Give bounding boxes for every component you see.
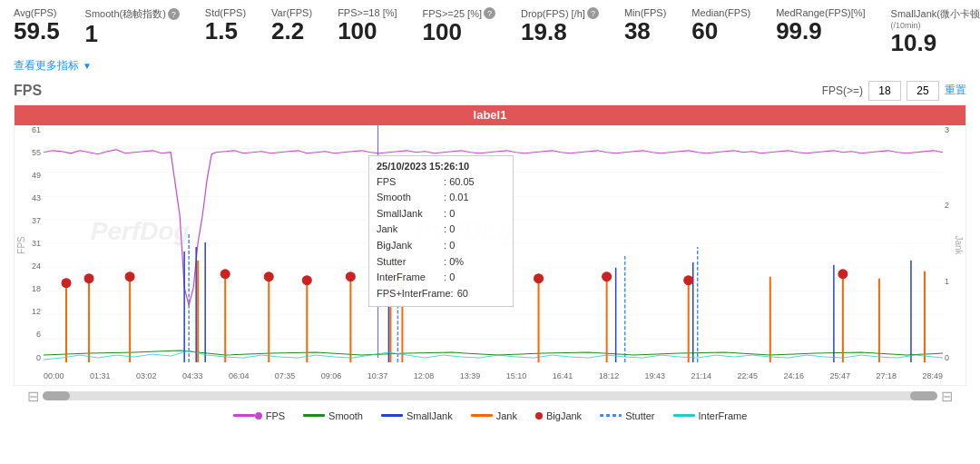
tooltip-bigjank-row: BigJank : 0 [377,238,505,254]
legend-stutter-label: Stutter [625,410,654,421]
metric-std-fps: Std(FPS) 1.5 [205,7,246,44]
tooltip-title: 25/10/2023 15:26:10 [377,161,505,172]
fps-gte-label: FPS(>=) [822,84,863,97]
legend-smalljank-label: SmallJank [407,410,453,421]
top-metrics: Avg(FPS) 59.5 Smooth(稳帧指数) ? 1 Std(FPS) … [0,0,980,56]
legend-stutter[interactable]: Stutter [600,410,654,421]
legend-smooth[interactable]: Smooth [303,410,363,421]
tooltip-smooth-row: Smooth : 0.01 [377,190,505,206]
tooltip-stutter-row: Stutter : 0% [377,254,505,271]
metric-fps18: FPS>=18 [%] 100 [338,7,397,44]
legend-bigjank[interactable]: BigJank [535,410,582,421]
legend-jank-line [471,414,493,417]
legend-fps-line [233,414,255,417]
chevron-down-icon: ▼ [83,61,92,71]
legend-jank[interactable]: Jank [471,410,517,421]
median-fps-value: 60 [691,18,718,44]
svg-point-51 [838,269,848,278]
min-fps-value: 38 [624,18,651,44]
legend-row: FPS Smooth SmallJank Jank BigJank Stutte… [14,407,966,425]
svg-point-45 [302,275,311,284]
metric-smooth: Smooth(稳帧指数) ? 1 [85,7,180,47]
svg-point-48 [534,273,544,282]
metric-avg-fps: Avg(FPS) 59.5 [14,7,60,44]
metric-med-range: MedRange(FPS)[%] 99.9 [776,7,865,44]
scrollbar-thumb-left[interactable] [43,391,70,400]
tooltip-jank-row: Jank : 0 [377,222,505,238]
var-fps-value: 2.2 [271,18,304,44]
legend-smalljank-line [381,414,403,417]
more-metrics-container: 查看更多指标 ▼ [0,58,980,77]
metric-fps25: FPS>=25 [%] ? 100 [423,7,495,45]
metric-median-fps: Median(FPS) 60 [691,7,750,44]
svg-point-44 [264,271,273,281]
svg-point-46 [346,271,355,281]
chart-section: FPS FPS(>=) 重置 PerfDog PerfDog label1 61… [0,77,980,425]
svg-point-43 [220,269,230,278]
svg-point-40 [62,278,71,287]
small-jank-label: SmallJank(微小卡顿) ? [891,7,980,21]
tooltip-fps-interframe-row: FPS+InterFrame: 60 [377,286,505,302]
chart-header: FPS FPS(>=) 重置 [14,81,966,101]
scrollbar-track[interactable] [43,391,937,400]
legend-fps-label: FPS [266,410,285,421]
svg-point-42 [125,271,134,281]
fps-y-label: FPS [16,236,26,253]
legend-jank-label: Jank [496,410,517,421]
scroll-left-icon[interactable]: ⊟ [27,388,39,405]
tooltip-interframe-row: InterFrame : 0 [377,270,505,286]
scrollbar-row: ⊟ ⊟ [14,386,966,407]
med-range-value: 99.9 [776,18,822,44]
scroll-right-icon[interactable]: ⊟ [941,388,953,405]
smooth-help-icon[interactable]: ? [168,8,180,20]
legend-stutter-line [600,414,622,417]
legend-bigjank-circle [535,412,543,420]
std-fps-value: 1.5 [205,18,238,44]
metric-min-fps: Min(FPS) 38 [624,7,666,44]
legend-bigjank-label: BigJank [546,410,582,421]
legend-fps-dot [255,412,262,420]
scrollbar-thumb-right[interactable] [910,391,937,400]
legend-fps[interactable]: FPS [233,410,285,421]
legend-interframe[interactable]: InterFrame [673,410,748,421]
fps25-help-icon[interactable]: ? [484,7,495,19]
fps-controls: FPS(>=) 重置 [822,81,966,101]
smooth-value: 1 [85,21,98,47]
legend-interframe-label: InterFrame [699,410,748,421]
tooltip-smalljank-row: SmallJank : 0 [377,206,505,222]
chart-container[interactable]: PerfDog PerfDog label1 61554943373124181… [14,104,966,386]
smooth-label: Smooth(稳帧指数) ? [85,7,180,21]
more-metrics-link[interactable]: 查看更多指标 ▼ [14,58,966,74]
fps-threshold1-input[interactable] [868,81,901,101]
tooltip-box: 25/10/2023 15:26:10 FPS : 60.05 Smooth :… [368,155,514,308]
label1-bar: label1 [15,105,965,125]
legend-smooth-line [303,414,325,417]
chart-title: FPS [14,83,42,99]
fps25-value: 100 [423,19,462,45]
jank-y-label: Jank [954,235,964,254]
svg-point-49 [603,271,612,281]
label1-text: label1 [474,108,507,122]
drop-fps-help-icon[interactable]: ? [587,7,599,19]
small-jank-value: 10.9 [891,30,937,56]
x-axis: 00:0001:3103:0204:3306:0407:3509:0610:37… [44,371,943,380]
legend-smooth-label: Smooth [328,410,363,421]
fps18-value: 100 [338,18,377,44]
svg-point-41 [84,273,93,282]
reset-button[interactable]: 重置 [945,83,966,98]
tooltip-fps-row: FPS : 60.05 [377,174,505,191]
metric-small-jank: SmallJank(微小卡顿) ? (/10min) 10.9 [891,7,980,56]
legend-interframe-line [673,414,695,417]
avg-fps-value: 59.5 [14,18,60,44]
drop-fps-value: 19.8 [521,19,567,45]
svg-point-50 [684,275,693,284]
legend-smalljank[interactable]: SmallJank [381,410,453,421]
fps-threshold2-input[interactable] [906,81,939,101]
metric-drop-fps: Drop(FPS) [/h] ? 19.8 [521,7,599,45]
metric-var-fps: Var(FPS) 2.2 [271,7,312,44]
